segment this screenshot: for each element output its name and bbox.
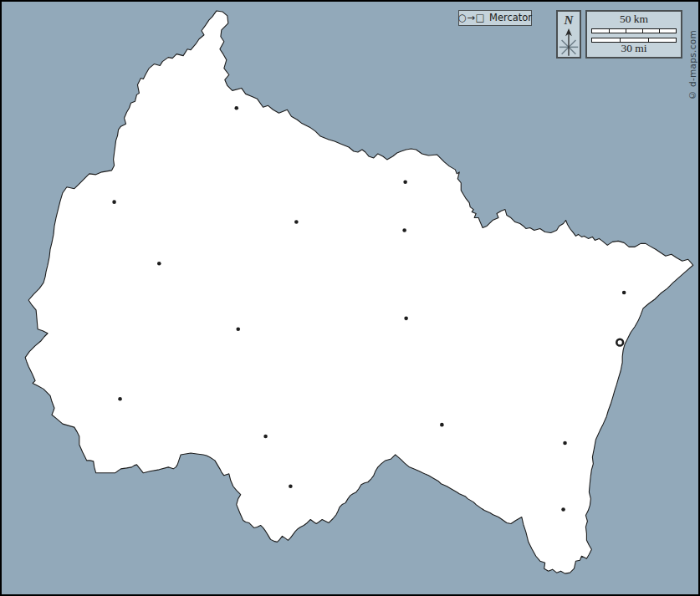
scale-km-label: 50 km bbox=[587, 13, 681, 26]
projection-label-box: ○→□ Mercator bbox=[458, 10, 532, 26]
projection-label: Mercator bbox=[489, 13, 532, 23]
compass-rose-icon bbox=[558, 28, 580, 58]
city-dot-marker bbox=[157, 262, 161, 266]
city-dot-marker bbox=[561, 507, 565, 512]
city-dot-marker bbox=[404, 317, 408, 321]
city-dot-marker bbox=[236, 328, 240, 332]
city-dot-marker bbox=[563, 441, 567, 446]
region-outline bbox=[25, 11, 692, 573]
city-dot-marker bbox=[440, 423, 444, 427]
scale-mi-label: 30 mi bbox=[587, 42, 681, 55]
scale-km-bar bbox=[591, 28, 677, 33]
projection-transform-icon: ○→□ bbox=[458, 13, 485, 23]
city-dot-marker bbox=[263, 435, 268, 439]
copyright-text: © d-maps.com bbox=[687, 8, 697, 100]
city-dot-marker bbox=[289, 484, 293, 488]
city-dot-marker bbox=[112, 200, 116, 204]
scale-bar-box: 50 km 30 mi bbox=[585, 10, 682, 59]
compass-box: N bbox=[556, 10, 581, 59]
north-label: N bbox=[565, 13, 574, 28]
scale-tick bbox=[659, 29, 660, 33]
city-dot-marker bbox=[622, 291, 626, 295]
scale-tick bbox=[626, 29, 626, 33]
city-dot-marker bbox=[402, 228, 406, 232]
map-canvas: ○→□ Mercator N 50 km 30 mi © d-maps.com bbox=[0, 0, 700, 596]
city-dot-marker bbox=[234, 106, 238, 110]
city-dot-marker bbox=[403, 180, 407, 184]
scale-tick bbox=[609, 29, 610, 33]
city-dot-marker bbox=[118, 397, 122, 401]
city-dot-marker bbox=[294, 220, 299, 224]
scale-tick bbox=[642, 29, 643, 33]
outline-map bbox=[2, 2, 698, 594]
